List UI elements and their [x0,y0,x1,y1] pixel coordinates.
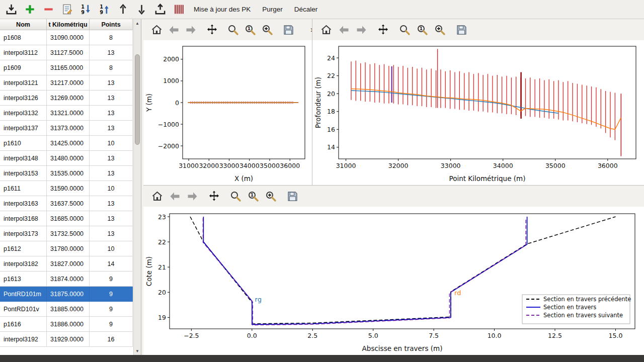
points-cell[interactable]: 13 [90,90,133,106]
points-cell[interactable]: 10 [90,136,133,151]
pan-icon[interactable] [376,23,389,36]
import-button[interactable] [4,3,18,17]
table-row[interactable]: interpol317331732.500013 [0,226,134,241]
name-cell[interactable]: interpol3182 [0,256,47,272]
pk-cell[interactable]: 31827.0000 [47,256,90,272]
pk-cell[interactable]: 31929.0000 [47,332,90,347]
move-up-button[interactable] [116,3,130,17]
scrollbar-thumb[interactable] [135,54,140,145]
sort-desc-button[interactable]: 19 [78,3,93,17]
table-row[interactable]: p161331874.00009 [0,272,134,287]
pk-cell[interactable]: 31269.0000 [47,90,90,106]
points-cell[interactable]: 9 [90,272,133,287]
name-cell[interactable]: p1610 [0,136,47,151]
zoom-one-icon[interactable]: 1 [247,190,260,203]
pan-icon[interactable] [207,190,220,203]
name-cell[interactable]: interpol3132 [0,106,47,121]
zoom-icon[interactable] [227,23,239,36]
sections-button[interactable] [172,3,186,17]
zoom-icon[interactable] [398,23,411,36]
name-cell[interactable]: p1611 [0,181,47,196]
name-cell[interactable]: p1608 [0,30,47,45]
points-cell[interactable]: 13 [90,121,133,136]
table-row[interactable]: interpol312131217.000013 [0,75,134,90]
pk-cell[interactable]: 31637.5000 [47,196,90,211]
points-cell[interactable]: 9 [90,317,133,332]
plan-view-chart[interactable]: 310003200033000340003500036000−2000−1000… [143,40,312,185]
home-icon[interactable] [319,23,333,36]
pk-cell[interactable]: 31165.0000 [47,60,90,75]
table-row[interactable]: PontRD101m31875.00009 [0,287,134,302]
pk-cell[interactable]: 31590.0000 [47,181,90,196]
pk-cell[interactable]: 31885.0000 [47,302,90,317]
points-cell[interactable]: 10 [90,241,133,256]
pk-cell[interactable]: 31480.0000 [47,151,90,166]
points-cell[interactable]: 13 [90,45,133,60]
name-cell[interactable]: interpol3148 [0,151,47,166]
name-cell[interactable]: p1612 [0,241,47,256]
name-cell[interactable]: p1613 [0,272,47,287]
table-row[interactable]: PontRD101v31885.00009 [0,302,134,317]
scroll-down-icon[interactable]: ▼ [134,347,141,354]
profile-chart[interactable]: 3100032000330003400035000360001416182022… [312,40,644,185]
table-row[interactable]: interpol315331535.000013 [0,166,134,181]
zoom-plus-icon[interactable] [264,190,277,203]
points-cell[interactable]: 8 [90,30,133,45]
table-row[interactable]: interpol313731373.000013 [0,121,134,136]
name-cell[interactable]: p1609 [0,60,47,75]
add-button[interactable] [23,3,37,17]
pk-cell[interactable]: 31425.0000 [47,136,90,151]
save-icon[interactable] [455,23,468,36]
name-cell[interactable]: p1616 [0,317,47,332]
points-cell[interactable]: 10 [90,181,133,196]
menu-decaler[interactable]: Décaler [291,4,321,15]
points-cell[interactable]: 14 [90,256,133,272]
table-row[interactable]: interpol318231827.000014 [0,256,134,272]
pk-cell[interactable]: 31875.0000 [47,287,90,302]
menu-maj-pk[interactable]: Mise à jour des PK [190,4,254,15]
pk-cell[interactable]: 31874.0000 [47,272,90,287]
pk-cell[interactable]: 31535.0000 [47,166,90,181]
name-cell[interactable]: interpol3112 [0,45,47,60]
points-cell[interactable]: 9 [90,302,133,317]
pk-cell[interactable]: 31321.0000 [47,106,90,121]
pk-cell[interactable]: 31127.5000 [47,45,90,60]
name-cell[interactable]: interpol3121 [0,75,47,90]
points-cell[interactable]: 13 [90,106,133,121]
pk-cell[interactable]: 31685.0000 [47,211,90,226]
pk-cell[interactable]: 31780.0000 [47,241,90,256]
table-row[interactable]: interpol314831480.000013 [0,151,134,166]
zoom-one-icon[interactable]: 1 [244,23,257,36]
table-scrollbar[interactable]: ▲ ▼ [133,19,141,355]
table-row[interactable]: interpol316331637.500013 [0,196,134,211]
name-cell[interactable]: PontRD101v [0,302,47,317]
points-cell[interactable]: 13 [90,211,133,226]
table-row[interactable]: interpol312631269.000013 [0,90,134,106]
name-cell[interactable]: PontRD101m [0,287,47,302]
pk-cell[interactable]: 31373.0000 [47,121,90,136]
pk-cell[interactable]: 31732.5000 [47,226,90,241]
table-row[interactable]: interpol316831685.000013 [0,211,134,226]
table-row[interactable]: interpol313231321.000013 [0,106,134,121]
points-cell[interactable]: 13 [90,151,133,166]
table-row[interactable]: p161131590.000010 [0,181,134,196]
back-icon[interactable] [337,23,350,36]
name-cell[interactable]: interpol3173 [0,226,47,241]
table-row[interactable]: interpol311231127.500013 [0,45,134,60]
remove-button[interactable] [41,3,55,17]
points-cell[interactable]: 8 [90,60,133,75]
zoom-one-icon[interactable]: 1 [416,23,429,36]
points-cell[interactable]: 9 [90,287,133,302]
save-icon[interactable] [286,190,299,203]
name-cell[interactable]: interpol3137 [0,121,47,136]
save-icon[interactable] [282,23,295,36]
menu-purger[interactable]: Purger [259,4,286,15]
forward-icon[interactable] [355,23,368,36]
table-row[interactable]: p161231780.000010 [0,241,134,256]
forward-icon[interactable] [185,23,197,36]
pk-cell[interactable]: 31090.0000 [47,30,90,45]
column-header-pk[interactable]: t Kilométriqu [47,19,90,30]
column-header-points[interactable]: Points [90,19,133,30]
name-cell[interactable]: interpol3163 [0,196,47,211]
back-icon[interactable] [168,23,180,36]
